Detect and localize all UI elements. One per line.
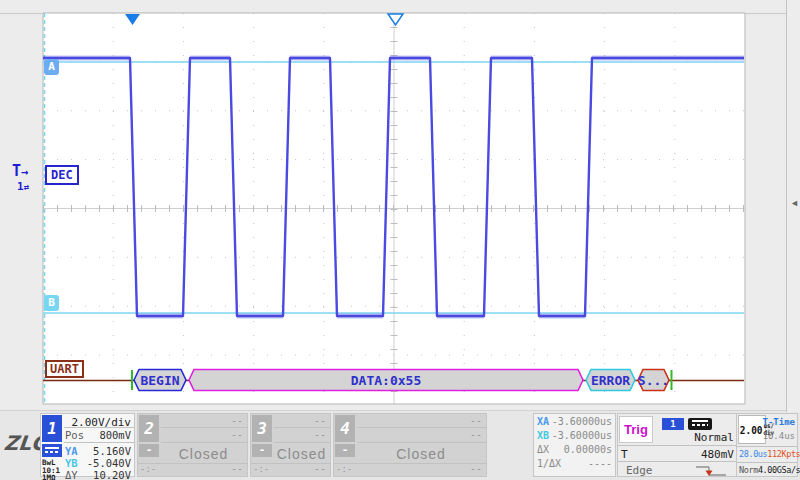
falling-edge-icon: [694, 464, 728, 478]
xb-label: XB: [537, 430, 549, 441]
sample-rate: 4.00GSa/s: [758, 465, 800, 475]
capture-window: 28.0us: [739, 449, 767, 459]
channel1-position-row: Pos 800mV: [65, 429, 131, 441]
dc-coupling-icon: [42, 444, 62, 457]
ttime-label: T-Time: [762, 417, 795, 427]
dx-label: ΔX: [537, 444, 549, 455]
trigger-source-badge: 1: [662, 418, 684, 430]
dx-value: 0.00000s: [564, 444, 612, 455]
channel3-value3: --: [314, 463, 326, 474]
svg-text:DATA:0x55: DATA:0x55: [351, 373, 421, 388]
trigger-level-label: T: [621, 448, 628, 461]
xa-row: XA -3.60000us: [537, 416, 612, 427]
channel2-value2: --: [231, 429, 243, 440]
channel2-value3: --: [231, 463, 243, 474]
channel3-status: Closed: [273, 446, 330, 462]
channel1-badge[interactable]: 1: [42, 415, 62, 442]
channel1-tags: BwL 10:1 1MΩ: [42, 459, 60, 480]
trigger-level-value: 480mV: [701, 448, 734, 461]
channel4-badge[interactable]: 4: [335, 415, 355, 442]
channel3-coupling-badge: -: [252, 444, 272, 457]
cursor-dy-row: ΔY 10.20V: [65, 469, 131, 480]
side-menu-strip: ◄: [786, 0, 800, 412]
ya-value: 5.160V: [93, 445, 131, 457]
decode-channel-label[interactable]: DEC: [45, 165, 79, 185]
channel2-badge[interactable]: 2: [139, 415, 159, 442]
channel2-panel[interactable]: 2 - -- -- Closed -:- --: [137, 413, 248, 477]
timebase-panel[interactable]: 2.00 us/ div T-Time 10.4us 28.0us 112Kpt…: [736, 413, 798, 477]
trigger-level-marker[interactable]: T→: [12, 162, 28, 180]
channel4-status: Closed: [356, 446, 486, 462]
cursor-b-handle[interactable]: B: [44, 295, 59, 311]
channel3-panel[interactable]: 3 - -- -- Closed -:- --: [250, 413, 331, 477]
channel4-panel[interactable]: 4 - -- -- Closed -:- --: [333, 413, 487, 477]
impedance-tag: 1MΩ: [42, 474, 60, 480]
waveform-display: BEGINDATA:0x55ERRORS...: [0, 0, 800, 410]
invdx-value: ----: [588, 458, 612, 469]
svg-text:ERROR: ERROR: [591, 373, 630, 388]
channel3-probe: -:-: [253, 464, 269, 474]
sample-rate-row: Norm 4.00GSa/s: [739, 465, 795, 475]
channel2-coupling-badge: -: [139, 444, 159, 457]
channel4-probe: -:-: [336, 464, 352, 474]
channel2-status: Closed: [160, 446, 247, 462]
dy-label: ΔY: [65, 469, 78, 480]
trigger-menu-button[interactable]: Trig: [619, 416, 653, 443]
trigger-type-label: Edge: [626, 464, 653, 478]
menu-collapse-handle[interactable]: ◄: [790, 198, 799, 208]
pos-label: Pos: [65, 429, 84, 441]
ya-label: YA: [65, 445, 78, 457]
ttime-value: 10.4us: [762, 431, 795, 441]
uart-bus-label[interactable]: UART: [45, 360, 84, 378]
cursor-a-handle[interactable]: A: [44, 59, 59, 75]
oscilloscope-screen: BEGINDATA:0x55ERRORS... T→ 1⇄ DEC UART A…: [0, 0, 800, 480]
trigger-source-number: 1: [17, 180, 24, 193]
channel4-value1: --: [470, 415, 482, 426]
yb-label: YB: [65, 457, 78, 469]
invdx-row: 1/ΔX ----: [537, 458, 612, 469]
trigger-level-row: T 480mV: [621, 448, 734, 461]
xa-label: XA: [537, 416, 549, 427]
cursor-ya-row: YA 5.160V: [65, 445, 131, 457]
channel3-value2: --: [314, 429, 326, 440]
channel2-value1: --: [231, 415, 243, 426]
trigger-mode: Normal: [694, 431, 734, 444]
cursor-readout-panel: XA -3.60000us XB -3.60000us ΔX 0.00000s …: [533, 413, 616, 477]
trigger-panel[interactable]: Trig 1 Normal T 480mV Edge: [617, 413, 738, 477]
xb-value: -3.60000us: [552, 430, 612, 441]
yb-value: -5.040V: [87, 457, 131, 469]
channel2-probe: -:-: [140, 464, 156, 474]
channel3-badge[interactable]: 3: [252, 415, 272, 442]
trigger-source-marker: 1⇄: [17, 180, 29, 193]
uart-decode-row: BEGINDATA:0x55ERRORS...: [43, 370, 744, 391]
trigger-t-label: T: [12, 162, 21, 180]
dx-row: ΔX 0.00000s: [537, 444, 612, 455]
xa-value: -3.60000us: [552, 416, 612, 427]
memory-depth: 112Kpts: [767, 449, 800, 459]
pos-value: 800mV: [99, 429, 131, 441]
channel4-value2: --: [470, 429, 482, 440]
acquire-mode: Norm: [739, 465, 758, 475]
invdx-label: 1/ΔX: [537, 458, 561, 469]
status-bar: ZLG® 1 BwL 10:1 1MΩ 2.00V/div Pos 800mV …: [0, 410, 800, 480]
xb-row: XB -3.60000us: [537, 430, 612, 441]
trigger-arrow-icon: →: [21, 165, 28, 179]
trigger-coupling-icon: [688, 418, 712, 430]
cursor-yb-row: YB -5.040V: [65, 457, 131, 469]
capture-window-row: 28.0us 112Kpts: [739, 449, 795, 459]
channel4-coupling-badge: -: [335, 444, 355, 457]
channel3-value1: --: [314, 415, 326, 426]
svg-text:S...: S...: [638, 373, 669, 388]
channel1-panel[interactable]: 1 BwL 10:1 1MΩ 2.00V/div Pos 800mV YA 5.…: [40, 413, 135, 477]
dy-value: 10.20V: [93, 469, 131, 480]
svg-text:BEGIN: BEGIN: [140, 373, 179, 388]
timebase-scale: 2.00: [740, 424, 763, 436]
trigger-type-row: Edge: [621, 464, 734, 478]
channel4-value3: --: [470, 463, 482, 474]
trigger-coupling-glyph: ⇄: [24, 182, 29, 192]
